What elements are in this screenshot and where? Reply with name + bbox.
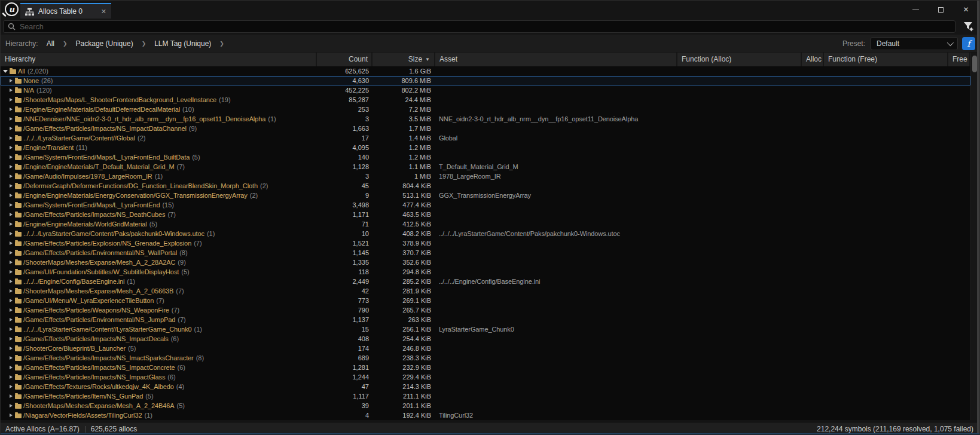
expand-arrow-icon[interactable] [10,356,13,360]
column-header-function-alloc[interactable]: Function (Alloc) [677,53,802,66]
expand-arrow-icon[interactable] [10,194,13,197]
table-row[interactable]: N/A(120)452,225802.2 MiB [1,85,970,95]
expand-arrow-icon[interactable] [10,375,13,379]
table-row[interactable]: /Game/UI/Foundation/Subtitles/W_Subtitle… [1,267,970,277]
table-row[interactable]: /Game/Effects/Particles/Environmental/NS… [1,248,970,258]
table-row[interactable]: ../../../LyraStarterGame/Content//LyraSt… [1,324,970,334]
table-row[interactable]: /Game/Effects/Particles/Item/NS_GunPad(5… [1,391,970,401]
expand-arrow-icon[interactable] [10,232,13,235]
cell-asset [435,85,677,95]
table-row[interactable]: ../../../LyraStarterGame/Content/Paks/pa… [1,229,970,238]
expand-arrow-icon[interactable] [10,127,13,130]
expand-arrow-icon[interactable] [10,308,13,312]
breadcrumb-item-llm-tag[interactable]: LLM Tag (Unique) [154,39,211,48]
tab-allocs-table[interactable]: Allocs Table 0 ✕ [20,3,111,19]
breadcrumb-item-package[interactable]: Package (Unique) [76,39,133,48]
table-row[interactable]: /Game/Effects/Particles/Environmental/NS… [1,315,970,324]
table-row[interactable]: /Engine/EngineMaterials/WorldGridMateria… [1,219,970,229]
row-name: /Game/System/FrontEnd/Maps/L_LyraFrontEn… [23,152,190,162]
expand-arrow-icon[interactable] [10,165,13,169]
expand-arrow-icon[interactable] [10,108,13,111]
table-row[interactable]: /ShooterCore/Blueprint/B_Launcher(5)1742… [1,344,970,353]
collapse-arrow-icon[interactable] [3,70,8,73]
expand-arrow-icon[interactable] [10,280,13,283]
table-row[interactable]: /Game/Effects/Particles/Impacts/NS_Imact… [1,353,970,363]
table-row[interactable]: /NNEDenoiser/NNE_oidn2-3-0_rt_hdr_alb_nr… [1,114,970,124]
expand-arrow-icon[interactable] [10,98,13,102]
expand-arrow-icon[interactable] [10,385,13,388]
column-header-count[interactable]: Count [317,53,373,66]
table-row[interactable]: /Engine/EngineMaterials/T_Default_Materi… [1,162,970,171]
table-row[interactable]: /ShooterMaps/Meshes/Expanse/Mesh_A_2_24B… [1,401,970,411]
expand-arrow-icon[interactable] [10,299,13,302]
expand-arrow-icon[interactable] [10,337,13,341]
table-row[interactable]: /Game/UI/Menu/W_LyraExperienceTileButton… [1,296,970,305]
table-row[interactable]: ../../../LyraStarterGame/Content//Global… [1,133,970,143]
expand-arrow-icon[interactable] [10,203,13,207]
column-header-free-count[interactable]: Free C [948,53,970,66]
preset-dropdown[interactable]: Default [871,37,958,50]
table-row[interactable]: None(26)4,630809.6 MiB [1,76,970,85]
column-header-size[interactable]: Size ▼ [373,53,435,66]
expand-arrow-icon[interactable] [10,213,13,216]
row-name: /Engine/EngineMaterials/T_Default_Materi… [23,162,175,171]
expand-arrow-icon[interactable] [10,241,13,245]
table-row[interactable]: /DeformerGraph/DeformerFunctions/DG_Func… [1,181,970,191]
column-header-alloc-count[interactable]: Alloc C [802,53,824,66]
expand-arrow-icon[interactable] [10,413,13,417]
search-input[interactable]: Search [3,20,955,33]
table-row[interactable]: All(2,020)625,6251.6 GiB [1,66,970,76]
table-row[interactable]: /Engine/Transient(11)4,0951.2 MiB [1,143,970,152]
expand-arrow-icon[interactable] [10,184,13,188]
minimize-button[interactable] [912,6,920,14]
table-row[interactable]: /Game/System/FrontEnd/Maps/L_LyraFrontEn… [1,200,970,210]
close-button[interactable]: ✕ [962,6,970,14]
table-row[interactable]: /ShooterMaps/Maps/L_ShooterFrontendBackg… [1,95,970,105]
table-row[interactable]: /Game/Audio/Impulses/1978_LargeRoom_IR(1… [1,171,970,181]
table-row[interactable]: /Game/Effects/Particles/Impacts/NS_Impac… [1,372,970,382]
maximize-button[interactable] [937,6,945,14]
expand-arrow-icon[interactable] [10,261,13,264]
expand-arrow-icon[interactable] [10,289,13,293]
table-row[interactable]: /Game/Effects/Particles/Impacts/NS_Impac… [1,363,970,372]
table-row[interactable]: /Niagara/VectorFields/Assets/TilingCurl3… [1,411,970,420]
expand-arrow-icon[interactable] [10,79,13,82]
column-header-hierarchy[interactable]: Hierarchy [1,53,317,66]
table-row[interactable]: /Game/Effects/Particles/Impacts/NS_Impac… [1,334,970,344]
cell-function-free [824,411,948,420]
table-row[interactable]: /Engine/EngineMaterials/EnergyConservati… [1,191,970,200]
table-row[interactable]: ../../../Engine/Config/BaseEngine.ini(1)… [1,277,970,286]
expand-arrow-icon[interactable] [10,222,13,226]
table-row[interactable]: /ShooterMaps/Meshes/Expanse/Mesh_A_2_28A… [1,258,970,267]
column-header-function-free[interactable]: Function (Free) [824,53,948,66]
expand-arrow-icon[interactable] [10,117,13,121]
expand-arrow-icon[interactable] [10,136,13,140]
expand-arrow-icon[interactable] [10,366,13,369]
breadcrumb-item-all[interactable]: All [47,39,54,48]
expand-arrow-icon[interactable] [10,174,13,178]
table-row[interactable]: /ShooterMaps/Meshes/Expanse/Mesh_A_2_056… [1,286,970,296]
expand-arrow-icon[interactable] [10,347,13,350]
filter-button[interactable] [959,20,978,33]
function-format-button[interactable]: f [962,37,975,50]
expand-arrow-icon[interactable] [10,404,13,408]
expand-arrow-icon[interactable] [10,270,13,274]
table-row[interactable]: /Game/System/FrontEnd/Maps/L_LyraFrontEn… [1,152,970,162]
expand-arrow-icon[interactable] [10,318,13,321]
scrollbar-thumb[interactable] [972,56,977,72]
expand-arrow-icon[interactable] [10,251,13,255]
tab-close-icon[interactable]: ✕ [101,8,106,15]
table-row[interactable]: /Game/Effects/Particles/Impacts/NS_Impac… [1,124,970,133]
indent-spacer [3,339,10,339]
column-header-asset[interactable]: Asset [435,53,677,66]
expand-arrow-icon[interactable] [10,394,13,398]
expand-arrow-icon[interactable] [10,155,13,159]
table-row[interactable]: /Game/Effects/Particles/Impacts/NS_Death… [1,210,970,219]
table-row[interactable]: /Game/Effects/Textures/Rocks/ultkedqjw_4… [1,382,970,391]
table-row[interactable]: /Game/Effects/Particles/Explosion/NS_Gre… [1,238,970,248]
table-row[interactable]: /Engine/EngineMaterials/DefaultDeferredD… [1,105,970,114]
expand-arrow-icon[interactable] [10,146,13,149]
expand-arrow-icon[interactable] [10,88,13,92]
expand-arrow-icon[interactable] [10,327,13,331]
table-row[interactable]: /Game/Effects/Particles/Weapons/NS_Weapo… [1,305,970,315]
